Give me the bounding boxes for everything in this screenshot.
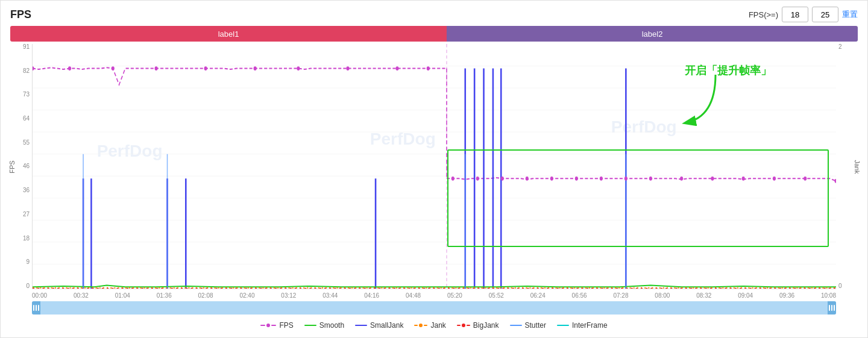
legend-line-bigjank [457,324,470,327]
handle-line [834,305,835,311]
y-tick: 91 [23,44,30,50]
scrollbar-handle-right[interactable] [828,301,836,315]
x-axis-row: 00:00 00:32 01:04 01:36 02:08 02:40 03:1… [32,289,836,301]
svg-point-27 [33,66,34,70]
x-tick: 06:24 [530,292,546,299]
x-tick: 04:16 [364,292,379,299]
legend-item-fps: FPS [260,321,293,330]
label-bar-2: label2 [447,26,858,42]
y-tick: 64 [23,116,30,122]
scrollbar-row[interactable] [32,301,836,315]
legend-dash [304,325,316,326]
x-tick: 04:48 [406,292,421,299]
svg-point-43 [600,177,603,181]
fps-input-2[interactable] [812,7,838,22]
y-tick-r: 2 [838,44,842,50]
svg-point-31 [204,66,207,70]
svg-point-37 [451,177,454,181]
x-tick: 09:36 [779,292,794,299]
y-tick: 9 [26,259,30,265]
y-tick: 27 [23,211,30,218]
legend-item-smalljank: SmallJank [355,321,403,330]
handle-lines-right [829,305,835,311]
x-tick: 06:56 [572,292,587,299]
y-tick: 46 [23,163,30,169]
handle-line [831,305,832,311]
x-tick: 08:32 [696,292,711,299]
svg-point-39 [501,177,504,181]
legend-line-smooth [304,325,316,326]
svg-point-32 [254,66,257,70]
x-tick: 03:44 [322,292,338,299]
y-tick: 55 [23,140,30,146]
x-tick: 09:04 [738,292,753,299]
svg-point-47 [711,177,714,181]
svg-point-46 [680,177,683,181]
x-tick: 01:36 [157,292,172,299]
scrollbar-handle-left[interactable] [32,301,40,315]
scrollbar-track[interactable] [40,301,828,315]
legend-item-jank: Jank [414,321,445,330]
legend-label-fps: FPS [279,321,293,330]
svg-point-41 [550,177,553,181]
x-tick: 05:20 [447,292,462,299]
legend-dash [260,325,265,326]
legend-label-stutter: Stutter [525,321,546,330]
fps-input-1[interactable] [782,7,808,22]
x-tick: 00:32 [74,292,89,299]
legend-dash [557,325,569,326]
handle-line [36,305,37,311]
svg-point-35 [395,66,398,70]
x-tick: 02:08 [198,292,213,299]
legend-line-fps [260,324,276,327]
legend-line-jank [414,324,427,327]
legend-dash [414,325,418,326]
legend-item-interframe: InterFrame [557,321,608,330]
svg-point-28 [68,66,71,70]
y-tick: 18 [23,236,30,242]
handle-line [829,305,830,311]
x-ticks: 00:00 00:32 01:04 01:36 02:08 02:40 03:1… [32,289,836,301]
legend-line-interframe [557,325,569,326]
label-bar-1: label1 [10,26,447,42]
chart-wrapper: FPS 91 82 73 64 55 46 36 27 18 9 0 PerfD… [10,44,858,289]
legend-item-smooth: Smooth [304,321,344,330]
x-tick: 07:28 [613,292,628,299]
legend-dash [424,325,427,326]
x-tick: 03:12 [281,292,296,299]
svg-point-49 [773,177,776,181]
svg-point-36 [427,66,430,70]
reset-button[interactable]: 重置 [842,9,858,20]
legend-dot [266,324,270,327]
legend-label-interframe: InterFrame [572,321,608,330]
svg-point-45 [649,177,652,181]
svg-point-38 [476,177,479,181]
svg-point-34 [346,66,349,70]
handle-line [33,305,34,311]
y-axis-right: Jank 2 0 [836,44,858,289]
fps-controls: FPS(>=) 重置 [749,7,858,22]
legend-dash [457,325,461,326]
svg-point-33 [297,66,300,70]
legend-dash [467,325,470,326]
legend-line-stutter [510,325,522,326]
legend-label-smalljank: SmallJank [370,321,403,330]
svg-point-29 [112,66,115,70]
fps-label: FPS(>=) [749,10,778,19]
x-tick: 01:04 [115,292,130,299]
legend-dot [419,324,423,327]
legend-item-bigjank: BigJank [457,321,499,330]
legend-label-bigjank: BigJank [473,321,499,330]
label-bars: label1 label2 [10,26,858,42]
legend-item-stutter: Stutter [510,321,546,330]
svg-point-50 [804,177,807,181]
svg-point-44 [624,177,627,181]
main-container: FPS FPS(>=) 重置 label1 label2 FPS 91 82 7… [0,0,868,338]
y-tick-r: 0 [838,283,842,289]
legend-line-smalljank [355,325,367,326]
y-tick: 36 [23,187,30,193]
y-label-fps: FPS [8,160,16,173]
y-tick: 82 [23,68,30,74]
page-title: FPS [10,8,31,21]
chart-svg [33,44,836,289]
